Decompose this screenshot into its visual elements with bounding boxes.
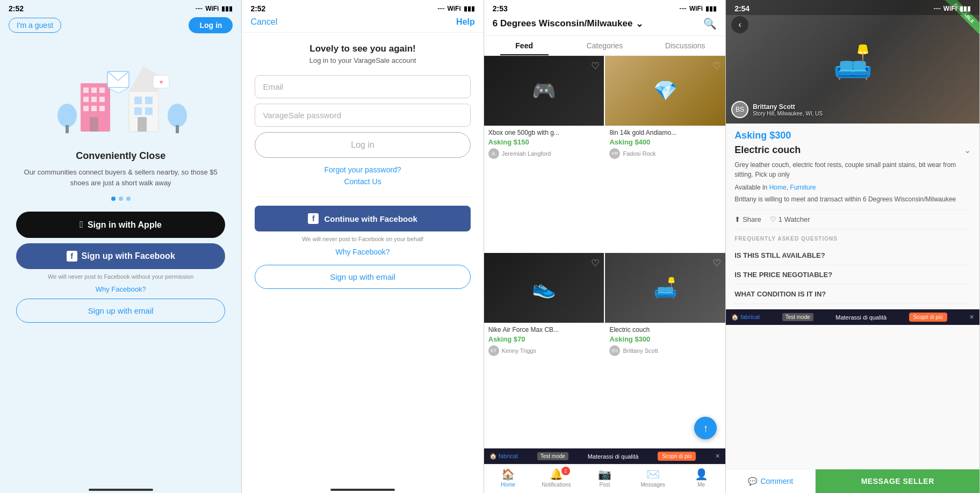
contact-us-link[interactable]: Contact Us	[255, 177, 470, 186]
faq-item-available[interactable]: IS THIS STILL AVAILABLE?	[734, 246, 971, 265]
svg-rect-7	[91, 97, 97, 102]
tab-categories[interactable]: Categories	[565, 36, 645, 55]
message-seller-button[interactable]: MESSAGE SELLER	[816, 469, 979, 493]
feed-item-info-couch: Electric couch Asking $300 BS Brittany S…	[605, 323, 725, 360]
battery-icon-2: ▮▮▮	[464, 5, 475, 12]
share-button[interactable]: ⬆ Share	[734, 215, 761, 223]
seller-name-detail: Brittany Scott	[753, 103, 823, 111]
heart-icon-1[interactable]: ♡	[591, 60, 600, 72]
battery-icon-4: ▮▮▮	[960, 5, 971, 12]
why-facebook-link-2[interactable]: Why Facebook?	[255, 248, 470, 256]
feed-item-shoe[interactable]: 👟 ♡ Nike Air Force Max CB... Asking $70 …	[484, 253, 604, 449]
category-home-link[interactable]: Home	[769, 184, 787, 191]
search-button[interactable]: 🔍	[703, 17, 717, 30]
feed-item-image-jewelry: 💎 ♡	[605, 56, 725, 126]
svg-marker-16	[107, 88, 129, 93]
chevron-down-icon[interactable]: ⌄	[964, 145, 971, 155]
wifi-icon-3: WiFi	[689, 5, 703, 12]
camera-icon: 📷	[598, 468, 611, 481]
location-button[interactable]: 6 Degrees Wisconsin/Milwaukee ⌄	[493, 18, 644, 30]
never-post-text: We will never post to Facebook without y…	[16, 273, 225, 280]
guest-button[interactable]: I'm a guest	[9, 18, 61, 33]
sign-up-email-button[interactable]: Sign up with email	[16, 299, 225, 323]
screen-feed: 2:53 ···· WiFi ▮▮▮ 6 Degrees Wisconsin/M…	[484, 0, 726, 493]
back-button[interactable]: ‹	[731, 16, 748, 33]
heart-icon-3[interactable]: ♡	[591, 257, 600, 269]
faq-item-negotiable[interactable]: IS THE PRICE NEGOTIABLE?	[734, 265, 971, 285]
sign-in-apple-button[interactable]:  Sign in with Apple	[16, 212, 225, 238]
item-detail-content: Asking $300 Electric couch ⌄ Grey leathe…	[726, 124, 979, 469]
nav-me[interactable]: 👤 Me	[677, 468, 725, 488]
sign-up-email-button-2[interactable]: Sign up with email	[255, 265, 470, 289]
battery-icon: ▮▮▮	[221, 5, 233, 12]
svg-point-26	[168, 104, 187, 127]
feed-item-xbox[interactable]: 🎮 ♡ Xbox one 500gb with g... Asking $150…	[484, 56, 604, 252]
sign-up-facebook-button[interactable]: f Sign up with Facebook	[16, 243, 225, 269]
test-mode-badge-3: Test mode	[537, 452, 568, 460]
login-action-button[interactable]: Log in	[255, 132, 470, 158]
forgot-password-link[interactable]: Forgot your password?	[255, 165, 470, 174]
share-icon: ⬆	[734, 215, 740, 223]
feed-item-price-jewelry: Asking $400	[609, 138, 721, 146]
nav-notifications[interactable]: 2 🔔 Notifications	[532, 468, 581, 488]
chevron-down-icon: ⌄	[636, 18, 643, 30]
feed-item-price-couch: Asking $300	[609, 335, 721, 343]
item-actions: ⬆ Share ♡ 1 Watcher	[734, 209, 971, 229]
ad-close-3[interactable]: ✕	[715, 453, 720, 460]
item-bottom-actions: 💬 Comment MESSAGE SELLER	[726, 469, 979, 493]
heart-icon-2[interactable]: ♡	[712, 60, 721, 72]
login-button[interactable]: Log in	[189, 17, 233, 33]
ad-close-4[interactable]: ✕	[969, 314, 974, 321]
svg-point-0	[57, 104, 77, 127]
help-button[interactable]: Help	[456, 17, 475, 27]
ad-cta-3[interactable]: Scopri di più	[658, 452, 696, 461]
feed-item-image-xbox: 🎮 ♡	[484, 56, 604, 126]
tab-feed[interactable]: Feed	[484, 36, 565, 55]
feed-item-seller-shoe: KT Kenny Triggs	[488, 345, 600, 356]
time-2: 2:52	[250, 4, 265, 13]
dot-1	[111, 197, 116, 201]
heart-icon-4[interactable]: ♡	[712, 257, 721, 269]
password-input[interactable]	[255, 104, 470, 127]
login-subtitle: Log in to your VarageSale account	[255, 56, 470, 64]
feed-item-title-shoe: Nike Air Force Max CB...	[488, 326, 600, 334]
login-nav: Cancel Help	[242, 15, 483, 33]
continue-facebook-button[interactable]: f Continue with Facebook	[255, 206, 470, 231]
battery-icon-3: ▮▮▮	[705, 5, 717, 12]
status-icons-1: ···· WiFi ▮▮▮	[196, 5, 233, 12]
watcher-count: 1 Watcher	[779, 215, 810, 223]
feed-item-info-shoe: Nike Air Force Max CB... Asking $70 KT K…	[484, 323, 604, 360]
nav-home[interactable]: 🏠 Home	[484, 468, 532, 488]
ad-tagline-4: Materassi di qualità	[835, 314, 887, 321]
email-input[interactable]	[255, 75, 470, 98]
ad-cta-4[interactable]: Scopri di più	[909, 313, 947, 322]
svg-rect-3	[83, 88, 89, 93]
ad-brand-4: 🏠 fabricat	[731, 314, 760, 321]
signal-icon-2: ····	[437, 5, 444, 12]
heart-icon-detail: ♡	[770, 215, 776, 223]
status-bar-4: 2:54 ···· WiFi ▮▮▮	[726, 0, 979, 15]
ad-tagline-3: Materassi di qualità	[588, 453, 639, 460]
cancel-button[interactable]: Cancel	[250, 17, 277, 27]
category-furniture-link[interactable]: Furniture	[790, 184, 816, 191]
nav-post[interactable]: 📷 Post	[581, 468, 629, 488]
feed-item-price-xbox: Asking $150	[488, 138, 600, 146]
seller-name-xbox: Jeremiah Langford	[502, 150, 551, 157]
status-bar-3: 2:53 ···· WiFi ▮▮▮	[484, 0, 725, 15]
nav-home-label: Home	[501, 482, 515, 488]
seller-avatar-shoe: KT	[488, 345, 499, 356]
signal-icon-4: ····	[933, 5, 940, 12]
nav-messages[interactable]: ✉️ Messages	[629, 468, 677, 488]
welcome-subtitle: Our communities connect buyers & sellers…	[16, 167, 225, 188]
item-meet-text: Brittany is willing to meet and transact…	[734, 195, 971, 203]
couch-image: 🛋️	[833, 43, 873, 81]
post-upload-button[interactable]: ↑	[694, 417, 717, 439]
feed-item-jewelry[interactable]: 💎 ♡ 8in 14k gold Andiamo... Asking $400 …	[605, 56, 725, 252]
why-facebook-link[interactable]: Why Facebook?	[16, 285, 225, 293]
home-icon: 🏠	[501, 468, 515, 481]
svg-rect-12	[90, 117, 98, 132]
faq-item-condition[interactable]: WHAT CONDITION IS IT IN?	[734, 285, 971, 304]
nav-messages-label: Messages	[641, 482, 666, 488]
comment-button[interactable]: 💬 Comment	[726, 469, 816, 493]
tab-discussions[interactable]: Discussions	[645, 36, 725, 55]
